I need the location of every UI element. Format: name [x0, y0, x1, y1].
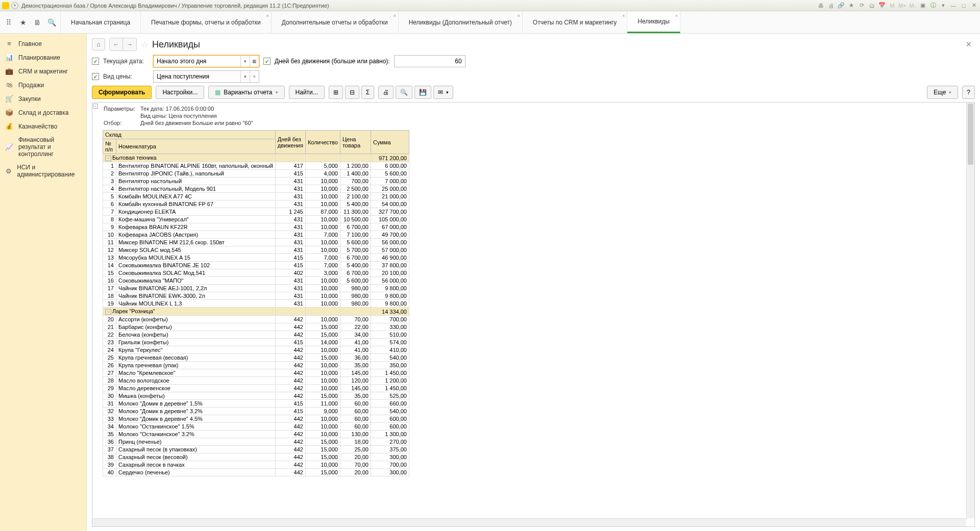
table-row[interactable]: 31Молоко "Домик в деревне" 1.5%41511,000… [103, 400, 409, 408]
save-button[interactable]: 💾 [414, 86, 431, 99]
tab[interactable]: Неликвиды (Дополнительный отчет)× [399, 11, 523, 33]
tab-close-icon[interactable]: × [675, 13, 678, 18]
group-row[interactable]: −Ларек "Розница"14 334,00 [103, 308, 409, 316]
table-row[interactable]: 5Комбайн MOULINEX A77 4C43110,0002 100,0… [103, 193, 409, 200]
sys-icon[interactable]: 🖶 [817, 2, 825, 10]
table-row[interactable]: 30Мишка (конфеты)44215,00035,00525,00 [103, 392, 409, 400]
tree-toggle-icon[interactable]: − [105, 309, 111, 315]
table-row[interactable]: 28Масло вологодское44210,000120,001 200,… [103, 377, 409, 385]
sys-icon[interactable]: M [888, 2, 896, 10]
table-row[interactable]: 4Вентилятор настольный, Модель 90143110,… [103, 185, 409, 193]
table-row[interactable]: 22Белочка (конфеты)44215,00034,00510,00 [103, 331, 409, 339]
find-button[interactable]: Найти... [289, 86, 325, 99]
table-row[interactable]: 36Принц (печенье)44215,00018,00270,00 [103, 438, 409, 446]
table-row[interactable]: 19Чайник MOULINEX L 1,343110,000980,009 … [103, 300, 409, 308]
sys-icon[interactable]: 🗂 [868, 2, 876, 10]
print-button[interactable]: 🖨 [378, 86, 394, 99]
days-checkbox[interactable]: ✔ [263, 58, 271, 65]
date-checkbox[interactable]: ✔ [92, 58, 99, 65]
table-row[interactable]: 29Масло деревенское44210,000145,001 450,… [103, 385, 409, 392]
price-checkbox[interactable]: ✔ [92, 73, 99, 80]
tab-close-icon[interactable]: × [518, 13, 520, 18]
table-row[interactable]: 18Чайник BINATONE EWK-3000, 2л43110,0009… [103, 292, 409, 300]
sidebar-item[interactable]: 📊Планирование [0, 50, 86, 64]
tab[interactable]: Отчеты по CRM и маркетингу× [523, 11, 627, 33]
table-row[interactable]: 16Соковыжималка "МАПО"43110,0005 600,005… [103, 277, 409, 285]
generate-button[interactable]: Сформировать [92, 86, 152, 99]
sys-icon[interactable]: ▾ [939, 2, 947, 10]
app-menu-dropdown[interactable]: ▾ [11, 2, 18, 9]
forward-button[interactable]: → [123, 38, 136, 50]
preview-button[interactable]: 🔍 [396, 86, 412, 99]
table-row[interactable]: 40Сердечко (печенье)44215,00020,00300,00 [103, 469, 409, 476]
email-button[interactable]: ✉ ▾ [433, 86, 453, 99]
collapse-button[interactable]: ⊟ [345, 86, 359, 99]
sys-icon[interactable]: 🔗 [837, 2, 845, 10]
price-combo[interactable]: ▾ × [153, 70, 259, 83]
close-icon[interactable]: ✕ [970, 2, 978, 10]
vertical-scrollbar[interactable] [966, 103, 974, 518]
date-input[interactable] [154, 56, 240, 67]
table-row[interactable]: 17Чайник BINATONE AEJ-1001, 2,2л43110,00… [103, 285, 409, 292]
tab-close-icon[interactable]: × [622, 13, 625, 18]
table-row[interactable]: 21Барбарис (конфеты)44215,00022,00330,00 [103, 323, 409, 331]
sidebar-item[interactable]: 💰Казначейство [0, 119, 86, 133]
table-row[interactable]: 7Кондиционер ELEKTA1 24587,00011 300,003… [103, 208, 409, 216]
sidebar-item[interactable]: ⚙НСИ и администрирование [0, 161, 86, 181]
star-icon[interactable]: ★ [18, 18, 28, 27]
tab[interactable]: Печатные формы, отчеты и обработки× [141, 11, 272, 33]
variants-button[interactable]: ▦Варианты отчета ▾ [208, 86, 284, 99]
table-row[interactable]: 38Сахарный песок (весовой)44215,00020,00… [103, 453, 409, 461]
dropdown-icon[interactable]: ▾ [240, 71, 250, 82]
table-row[interactable]: 8Кофе-машина "Универсал"43110,00010 500,… [103, 216, 409, 223]
sidebar-item[interactable]: ≡Главное [0, 37, 86, 50]
table-row[interactable]: 6Комбайн кухонный BINATONE FP 6743110,00… [103, 200, 409, 208]
table-row[interactable]: 9Кофеварка BRAUN KF22R43110,0006 700,006… [103, 223, 409, 231]
tree-toggle-icon[interactable]: − [105, 156, 111, 161]
table-row[interactable]: 2Вентилятор JIPONIC (Тайв.), напольный41… [103, 170, 409, 178]
table-row[interactable]: 26Крупа гречневая (упак)44210,00035,0035… [103, 362, 409, 369]
group-row[interactable]: −Бытовая техника971 200,00 [103, 154, 409, 162]
sys-icon[interactable]: ⟳ [857, 2, 866, 10]
sys-icon[interactable]: M+ [898, 2, 906, 10]
tab[interactable]: Начальная страница [61, 11, 141, 33]
horizontal-scrollbar[interactable] [92, 518, 966, 526]
help-icon[interactable]: ⓘ [929, 2, 937, 10]
table-row[interactable]: 14Соковыжималка BINATONE JE 1024157,0005… [103, 262, 409, 269]
favorite-star-icon[interactable]: ☆ [141, 40, 148, 49]
table-row[interactable]: 24Крупа "Геркулес"44210,00041,00410,00 [103, 346, 409, 354]
table-row[interactable]: 32Молоко "Домик в деревне" 3.2%4159,0006… [103, 408, 409, 415]
clear-icon[interactable]: × [250, 71, 259, 82]
table-row[interactable]: 35Молоко "Останкинское" 3.2%44210,000130… [103, 431, 409, 438]
table-row[interactable]: 27Масло "Кремлевское"44210,000145,001 45… [103, 369, 409, 377]
maximize-icon[interactable]: □ [960, 2, 968, 10]
tab-close-icon[interactable]: × [393, 13, 396, 18]
price-input[interactable] [154, 71, 240, 82]
table-row[interactable]: 11Миксер BINATONE HM 212,6 скор. 150вт43… [103, 239, 409, 246]
sys-icon[interactable]: 📅 [878, 2, 886, 10]
dropdown-icon[interactable]: ▾ [240, 56, 250, 67]
apps-icon[interactable]: ⠿ [4, 18, 13, 27]
sys-icon[interactable]: M- [909, 2, 917, 10]
table-row[interactable]: 23Грильяж (конфеты)41514,00041,00574,00 [103, 339, 409, 346]
home-button[interactable]: ⌂ [92, 38, 105, 50]
sys-icon[interactable]: ★ [847, 2, 855, 10]
more-button[interactable]: Еще ▾ [927, 86, 958, 99]
sum-button[interactable]: Σ [361, 86, 374, 99]
sidebar-item[interactable]: 📈Финансовый результат и контроллинг [0, 133, 86, 161]
close-page-button[interactable]: ✕ [963, 40, 975, 48]
sidebar-item[interactable]: 🛍Продажи [0, 78, 86, 92]
sidebar-item[interactable]: 💼CRM и маркетинг [0, 64, 86, 78]
table-row[interactable]: 33Молоко "Домик в деревне" 4.5%44210,000… [103, 415, 409, 423]
settings-button[interactable]: Настройки... [156, 86, 204, 99]
sidebar-item[interactable]: 🛒Закупки [0, 92, 86, 106]
calendar-icon[interactable]: ▦ [250, 56, 259, 67]
table-row[interactable]: 10Кофеварка JACOBS (Австрия)4317,0007 10… [103, 231, 409, 239]
tab-close-icon[interactable]: × [266, 13, 268, 18]
table-row[interactable]: 20Ассорти (конфеты)44210,00070,00700,00 [103, 316, 409, 323]
table-row[interactable]: 39Сахарный песок в пачках44210,00070,007… [103, 461, 409, 469]
table-row[interactable]: 1Вентилятор BINATONE ALPINE 160вт, напол… [103, 162, 409, 170]
sidebar-item[interactable]: 📦Склад и доставка [0, 106, 86, 119]
table-row[interactable]: 34Молоко "Останкинское" 1.5%44210,00060,… [103, 423, 409, 431]
back-button[interactable]: ← [110, 38, 123, 50]
